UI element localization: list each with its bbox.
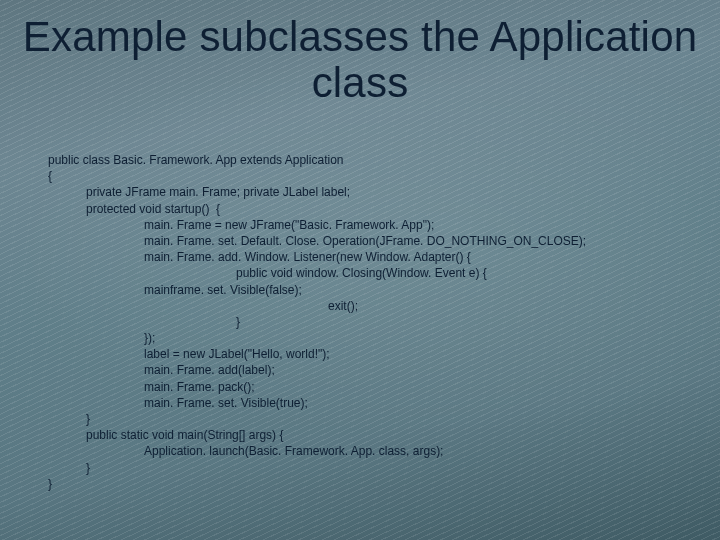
code-line: } — [48, 314, 690, 330]
code-line: label = new JLabel("Hello, world!"); — [48, 346, 690, 362]
code-line: protected void startup() { — [48, 201, 690, 217]
code-block: public class Basic. Framework. App exten… — [48, 152, 690, 492]
code-line: } — [48, 460, 690, 476]
code-line: main. Frame = new JFrame("Basic. Framewo… — [48, 217, 690, 233]
code-line: } — [48, 476, 690, 492]
code-line: main. Frame. add. Window. Listener(new W… — [48, 249, 690, 265]
slide-title: Example subclasses the Application class — [0, 14, 720, 106]
code-line: main. Frame. add(label); — [48, 362, 690, 378]
code-line: public static void main(String[] args) { — [48, 427, 690, 443]
code-line: Application. launch(Basic. Framework. Ap… — [48, 443, 690, 459]
code-line: private JFrame main. Frame; private JLab… — [48, 184, 690, 200]
code-line: } — [48, 411, 690, 427]
code-line: main. Frame. pack(); — [48, 379, 690, 395]
code-line: { — [48, 168, 690, 184]
code-line: public class Basic. Framework. App exten… — [48, 152, 690, 168]
code-line: }); — [48, 330, 690, 346]
code-line: main. Frame. set. Default. Close. Operat… — [48, 233, 690, 249]
code-line: mainframe. set. Visible(false); — [48, 282, 690, 298]
slide: Example subclasses the Application class… — [0, 0, 720, 540]
code-line: exit(); — [48, 298, 690, 314]
code-line: public void window. Closing(Window. Even… — [48, 265, 690, 281]
code-line: main. Frame. set. Visible(true); — [48, 395, 690, 411]
